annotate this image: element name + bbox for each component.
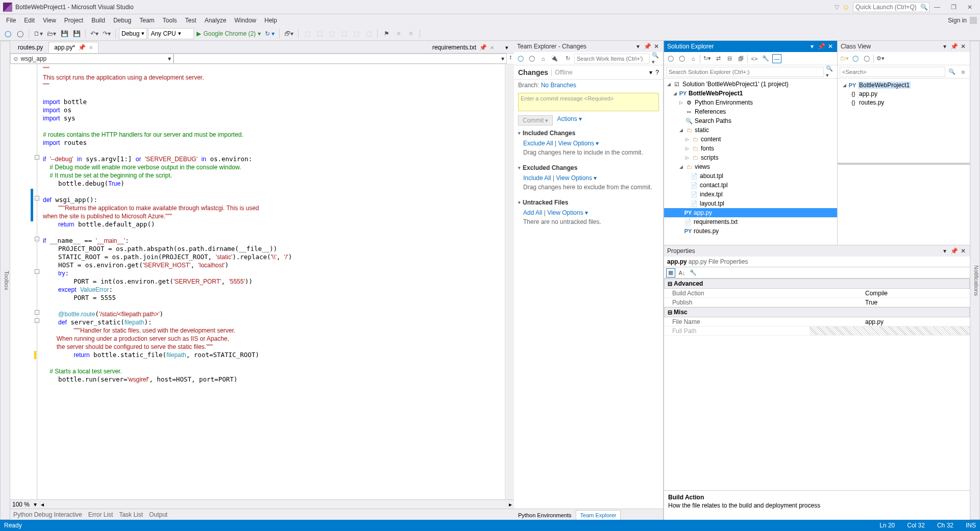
quick-launch-input[interactable] — [853, 2, 929, 12]
view-options-link[interactable]: View Options ▾ — [558, 140, 599, 147]
menu-debug[interactable]: Debug — [109, 15, 135, 26]
tb-icon7[interactable]: ⬚ — [363, 28, 374, 39]
menu-view[interactable]: View — [39, 15, 60, 26]
menu-edit[interactable]: Edit — [20, 15, 39, 26]
menu-build[interactable]: Build — [87, 15, 109, 26]
vscroll[interactable] — [505, 64, 514, 499]
tb-icon3[interactable]: ⬚ — [314, 28, 325, 39]
platform-dropdown[interactable]: Any CPU▾ — [148, 28, 194, 39]
dropdown-icon[interactable]: ▾ — [634, 43, 642, 50]
restore-button[interactable]: ❐ — [946, 2, 961, 12]
code-editor[interactable]: - - - - - - """ This script runs the app… — [10, 64, 514, 499]
branch-link[interactable]: No Branches — [541, 82, 576, 89]
cv-search-input[interactable] — [840, 67, 945, 77]
tab-error-list[interactable]: Error List — [88, 511, 113, 518]
tb-icon9[interactable]: ✕ — [405, 28, 416, 39]
back-icon[interactable]: ◯ — [666, 54, 675, 63]
menu-analyze[interactable]: Analyze — [201, 15, 231, 26]
tree-folder[interactable]: ◢🗀static — [664, 125, 837, 135]
included-changes-header[interactable]: Included Changes — [514, 128, 663, 139]
te-search-input[interactable] — [574, 54, 650, 64]
pin-icon[interactable]: 📌 — [950, 247, 958, 255]
actions-link[interactable]: Actions ▾ — [557, 115, 582, 125]
cv-project-node[interactable]: ◢PYBottleWebProject1 — [840, 81, 968, 89]
sync-icon[interactable]: ⇄ — [714, 54, 723, 63]
fold-icon[interactable]: - — [35, 237, 39, 241]
preview-icon[interactable]: — — [772, 54, 781, 63]
title-dropdown-icon[interactable]: ▽ — [835, 4, 839, 11]
search-icon[interactable]: 🔍▾ — [826, 67, 835, 77]
tab-requirements[interactable]: requirements.txt📌✕ — [427, 42, 500, 53]
tab-task-list[interactable]: Task List — [119, 511, 143, 518]
tab-python-env[interactable]: Python Environments — [514, 511, 576, 520]
scope-dropdown[interactable]: ☺ wsgi_app▾ — [10, 54, 174, 64]
prop-row[interactable]: File Nameapp.py — [664, 317, 970, 326]
properties-icon[interactable]: 🔧 — [761, 54, 770, 63]
hscroll[interactable] — [48, 501, 505, 508]
prop-row[interactable]: Build ActionCompile — [664, 289, 970, 298]
show-all-icon[interactable]: 🗐 — [736, 54, 745, 63]
home-icon[interactable]: ⌂ — [689, 54, 698, 63]
menu-help[interactable]: Help — [260, 15, 281, 26]
dropdown-icon[interactable]: ▾ — [941, 247, 948, 255]
pin-icon[interactable]: 📌 — [818, 43, 825, 50]
pin-icon[interactable]: 📌 — [644, 43, 651, 50]
redo-button[interactable]: ↷▾ — [101, 28, 112, 39]
categorized-icon[interactable]: ▦ — [666, 268, 675, 277]
cv-item[interactable]: {}app.py — [840, 89, 968, 98]
tb-flag-icon[interactable]: ⚑ — [381, 28, 392, 39]
tab-python-debug[interactable]: Python Debug Interactive — [13, 511, 82, 518]
help-icon[interactable]: ? — [655, 69, 659, 76]
close-icon[interactable]: ✕ — [960, 247, 967, 255]
tree-folder[interactable]: ▷🗀fonts — [664, 144, 837, 153]
clear-icon[interactable]: ≡ — [959, 67, 968, 77]
tab-team-explorer[interactable]: Team Explorer — [576, 510, 621, 520]
notifications-tab[interactable]: Notifications — [970, 41, 980, 520]
menu-window[interactable]: Window — [230, 15, 260, 26]
dropdown-icon[interactable]: ▾ — [941, 43, 948, 50]
config-dropdown[interactable]: Debug▾ — [119, 28, 147, 39]
tree-folder[interactable]: ▷🗀content — [664, 135, 837, 144]
tree-file[interactable]: 📄index.tpl — [664, 190, 837, 199]
tb-icon5[interactable]: ⬚ — [338, 28, 350, 39]
refresh-button[interactable]: ↻ ▾ — [263, 28, 276, 39]
tab-routes[interactable]: routes.py — [12, 42, 48, 53]
tree-node[interactable]: ▷⚙Python Environments — [664, 98, 837, 107]
add-all-link[interactable]: Add All — [523, 209, 542, 216]
minimize-button[interactable]: — — [930, 2, 944, 12]
tree-folder[interactable]: ◢🗀views — [664, 162, 837, 171]
search-icon[interactable]: 🔍 — [947, 67, 957, 77]
prop-category[interactable]: ⊟ Advanced — [664, 279, 970, 289]
refresh-icon[interactable]: ↻▾ — [702, 54, 712, 63]
fold-icon[interactable]: - — [35, 155, 39, 160]
back-icon[interactable]: ◯ — [851, 54, 860, 63]
menu-tools[interactable]: Tools — [159, 15, 181, 26]
exclude-all-link[interactable]: Exclude All — [523, 140, 553, 147]
excluded-changes-header[interactable]: Excluded Changes — [514, 162, 663, 173]
new-project-button[interactable]: 🗋▾ — [32, 28, 44, 39]
feedback-icon[interactable]: ☺ — [842, 3, 850, 11]
toolbox-tab[interactable]: Toolbox — [0, 41, 10, 520]
menu-project[interactable]: Project — [60, 15, 87, 26]
collapse-icon[interactable]: ⊟ — [725, 54, 734, 63]
fold-icon[interactable]: - — [35, 310, 39, 315]
undo-button[interactable]: ↶▾ — [89, 28, 100, 39]
dropdown-icon[interactable]: ▾ — [649, 69, 652, 76]
menu-team[interactable]: Team — [135, 15, 158, 26]
menu-file[interactable]: File — [2, 15, 20, 26]
refresh-icon[interactable]: ↻ — [563, 54, 572, 63]
tb-icon8[interactable]: ✕ — [393, 28, 404, 39]
commit-button[interactable]: Commit ▾ — [518, 115, 553, 125]
sol-search-input[interactable] — [666, 67, 824, 77]
open-button[interactable]: 🗁▾ — [45, 28, 58, 39]
fwd-icon[interactable]: ◯ — [677, 54, 687, 63]
code-icon[interactable]: <> — [750, 54, 759, 63]
tab-output[interactable]: Output — [149, 511, 167, 518]
menu-test[interactable]: Test — [181, 15, 201, 26]
tree-folder[interactable]: ▷🗀scripts — [664, 153, 837, 162]
tree-file[interactable]: PYroutes.py — [664, 226, 837, 236]
close-icon[interactable]: ✕ — [960, 43, 967, 50]
prop-row[interactable]: Full Path███████████████████████████████… — [664, 326, 970, 336]
tb-icon4[interactable]: ⬚ — [326, 28, 337, 39]
search-icon[interactable]: 🔍 — [920, 4, 928, 11]
